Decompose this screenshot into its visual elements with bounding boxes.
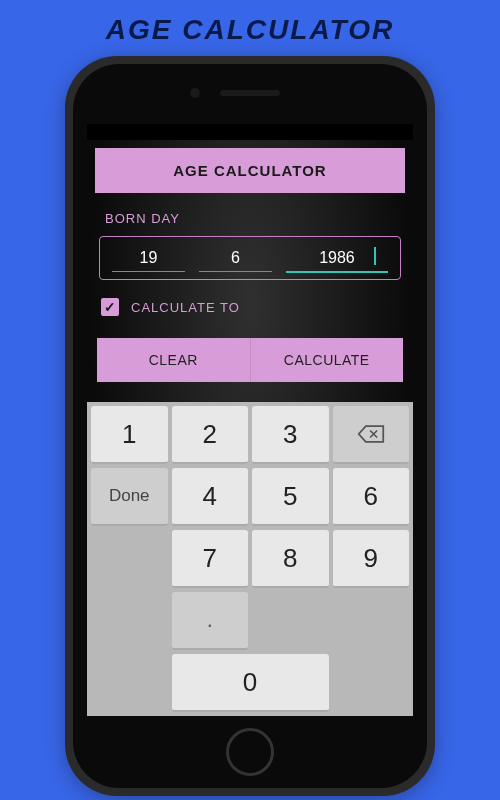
key-backspace[interactable] (333, 406, 410, 464)
key-2[interactable]: 2 (172, 406, 249, 464)
app-header: AGE CALCULATOR (95, 148, 405, 193)
month-field[interactable] (199, 245, 272, 273)
home-button[interactable] (226, 728, 274, 776)
calculate-to-row[interactable]: ✓ CALCULATE TO (87, 280, 413, 334)
phone-bezel: AGE CALCULATOR BORN DAY ✓ CALCULATE (73, 64, 427, 788)
calculate-to-checkbox[interactable]: ✓ (101, 298, 119, 316)
action-buttons: CLEAR CALCULATE (97, 338, 403, 382)
key-3[interactable]: 3 (252, 406, 329, 464)
day-input[interactable] (112, 245, 185, 272)
status-bar (87, 124, 413, 140)
text-cursor (374, 247, 376, 265)
key-4[interactable]: 4 (172, 468, 249, 526)
key-8[interactable]: 8 (252, 530, 329, 588)
key-dot[interactable]: . (172, 592, 249, 650)
speaker-slot (220, 90, 280, 96)
month-input[interactable] (199, 245, 272, 272)
born-day-label: BORN DAY (87, 193, 413, 236)
key-1[interactable]: 1 (91, 406, 168, 464)
calculate-to-label: CALCULATE TO (131, 300, 240, 315)
key-done[interactable]: Done (91, 468, 168, 526)
year-input[interactable] (286, 245, 388, 273)
camera-dot (190, 88, 200, 98)
backspace-icon (357, 424, 385, 444)
phone-frame: AGE CALCULATOR BORN DAY ✓ CALCULATE (65, 56, 435, 796)
numeric-keyboard: 123456Done789.0 (87, 402, 413, 716)
app-screen: AGE CALCULATOR BORN DAY ✓ CALCULATE (87, 124, 413, 716)
clear-button[interactable]: CLEAR (97, 338, 250, 382)
key-5[interactable]: 5 (252, 468, 329, 526)
day-field[interactable] (112, 245, 185, 273)
key-0[interactable]: 0 (172, 654, 329, 712)
key-9[interactable]: 9 (333, 530, 410, 588)
key-7[interactable]: 7 (172, 530, 249, 588)
check-icon: ✓ (104, 299, 116, 315)
born-date-row (99, 236, 401, 280)
year-field[interactable] (286, 245, 388, 273)
page-title: AGE CALCULATOR (0, 0, 500, 56)
calculate-button[interactable]: CALCULATE (250, 338, 404, 382)
key-6[interactable]: 6 (333, 468, 410, 526)
